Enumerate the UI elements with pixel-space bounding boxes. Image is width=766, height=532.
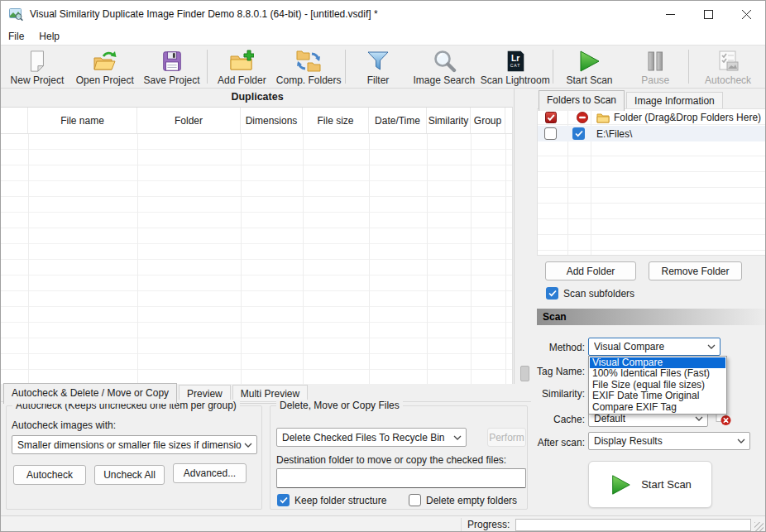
- destination-folder-input[interactable]: [276, 468, 526, 488]
- column-header-file-size[interactable]: File size: [303, 108, 369, 133]
- toolbar-pause: Pause: [624, 46, 687, 88]
- folders-to-scan-list[interactable]: Folder (Drag&Drop Folders Here) E:\Files…: [537, 108, 766, 256]
- menu-help[interactable]: Help: [31, 29, 67, 44]
- dropdown-option-identical-files[interactable]: 100% Identical Files (Fast): [590, 368, 725, 379]
- start-scan-icon: [577, 48, 601, 74]
- delete-empty-folders-checkbox[interactable]: [409, 494, 421, 506]
- scan-subfolders-checkbox[interactable]: [546, 287, 558, 300]
- toolbar-separator: [207, 50, 208, 84]
- panel-splitter[interactable]: [514, 89, 515, 384]
- toolbar-new-project[interactable]: New Project: [2, 46, 72, 88]
- column-line: [471, 134, 472, 384]
- add-folder-button[interactable]: Add Folder: [545, 261, 636, 280]
- toolbar-add-folder[interactable]: Add Folder: [209, 46, 274, 88]
- delete-action-combo-value: Delete Checked Files To Recycle Bin: [282, 432, 445, 443]
- toolbar-start-scan[interactable]: Start Scan: [555, 46, 625, 88]
- filter-icon: [366, 48, 390, 74]
- tag-name-label: Tag Name:: [527, 366, 585, 377]
- toolbar-separator: [688, 50, 689, 84]
- toolbar-save-project-label: Save Project: [144, 74, 200, 86]
- delete-empty-folders-row[interactable]: Delete empty folders: [409, 494, 517, 506]
- chevron-down-icon: [707, 344, 716, 349]
- toolbar-image-search[interactable]: Image Search: [409, 46, 480, 88]
- column-header-date-time[interactable]: Date/Time: [369, 108, 427, 133]
- toolbar-filter[interactable]: Filter: [347, 46, 409, 88]
- folder-list-header-row: Folder (Drag&Drop Folders Here): [538, 109, 765, 126]
- toolbar: New Project Open Project: [1, 45, 765, 89]
- duplicates-body[interactable]: [1, 134, 512, 384]
- toolbar-comp-folders[interactable]: Comp. Folders: [274, 46, 343, 88]
- column-header-check[interactable]: [1, 108, 28, 133]
- resize-grip-icon[interactable]: [754, 522, 764, 531]
- toolbar-open-project-label: Open Project: [76, 74, 134, 86]
- destination-folder-label: Destination folder to move or copy the c…: [276, 454, 506, 466]
- maximize-button[interactable]: [689, 1, 727, 27]
- uncheck-all-button[interactable]: Uncheck All: [94, 465, 165, 485]
- tab-folders-to-scan[interactable]: Folders to Scan: [539, 90, 625, 111]
- check-icon: [575, 130, 583, 137]
- toolbar-open-project[interactable]: Open Project: [72, 46, 138, 88]
- duplicates-header-row: File name Folder Dimensions File size Da…: [1, 108, 512, 134]
- image-search-icon: [432, 48, 457, 74]
- keep-folder-structure-row[interactable]: Keep folder structure: [277, 494, 386, 506]
- menu-file[interactable]: File: [1, 29, 31, 44]
- progress-bar: [515, 519, 751, 531]
- folder-row-scan-checkbox[interactable]: [572, 127, 585, 140]
- status-bar-separator: [461, 518, 462, 532]
- column-header-filler: [505, 108, 512, 133]
- toolbar-save-project[interactable]: Save Project: [138, 46, 206, 88]
- after-scan-combo-value: Display Results: [594, 435, 663, 447]
- dropdown-option-file-size[interactable]: File Size (equal file sizes): [590, 380, 725, 391]
- column-line: [427, 134, 428, 384]
- dropdown-option-compare-exif[interactable]: Compare EXIF Tag: [590, 402, 725, 413]
- delete-empty-folders-label: Delete empty folders: [426, 495, 517, 506]
- dropdown-option-visual-compare[interactable]: Visual Compare: [590, 357, 725, 368]
- method-combo[interactable]: Visual Compare: [588, 338, 721, 356]
- column-header-similarity[interactable]: Similarity: [427, 108, 471, 133]
- close-button[interactable]: [727, 1, 765, 27]
- title-bar: Visual Similarity Duplicate Image Finder…: [1, 1, 765, 27]
- scan-subfolders-checkbox-row[interactable]: Scan subfolders: [546, 287, 634, 300]
- column-line: [303, 134, 304, 384]
- exclude-column-icon[interactable]: [577, 112, 588, 123]
- autocheck-criteria-combo[interactable]: Smaller dimensions or smaller file sizes…: [12, 435, 257, 454]
- add-folder-button-label: Add Folder: [567, 266, 615, 277]
- method-combo-value: Visual Compare: [594, 341, 664, 352]
- status-bar: Progress:: [1, 515, 765, 532]
- perform-button: Perform: [487, 428, 526, 447]
- toolbar-new-project-label: New Project: [11, 74, 65, 86]
- toolbar-scan-lightroom-label: Scan Lightroom: [481, 74, 550, 86]
- check-column-icon[interactable]: [545, 112, 557, 123]
- after-scan-combo[interactable]: Display Results: [588, 432, 750, 450]
- tab-autocheck-delete[interactable]: Autocheck & Delete / Move or Copy: [3, 383, 177, 404]
- chevron-down-icon: [244, 443, 252, 448]
- column-header-file-name[interactable]: File name: [28, 108, 137, 133]
- remove-folder-button[interactable]: Remove Folder: [649, 261, 742, 280]
- cache-label: Cache:: [527, 414, 585, 425]
- close-icon: [742, 10, 751, 19]
- menu-bar: File Help: [1, 27, 765, 45]
- minimize-icon: [666, 10, 675, 19]
- advanced-button[interactable]: Advanced...: [173, 463, 247, 483]
- column-header-folder[interactable]: Folder: [137, 108, 241, 133]
- dropdown-option-exif-date[interactable]: EXIF Date Time Original: [590, 391, 725, 401]
- toolbar-pause-label: Pause: [641, 74, 669, 86]
- folder-row[interactable]: E:\Files\: [538, 126, 765, 141]
- progress-label: Progress:: [467, 519, 510, 530]
- column-header-group[interactable]: Group: [471, 108, 505, 133]
- method-dropdown-list: Visual Compare 100% Identical Files (Fas…: [588, 356, 727, 415]
- keep-folder-structure-label: Keep folder structure: [294, 495, 386, 506]
- minimize-button[interactable]: [651, 1, 689, 27]
- folder-row-checkbox[interactable]: [544, 127, 557, 140]
- folder-icon: [596, 113, 610, 123]
- toolbar-scan-lightroom[interactable]: Lr CAT Scan Lightroom: [480, 46, 551, 88]
- autocheck-button[interactable]: Autocheck: [13, 465, 86, 485]
- keep-folder-structure-checkbox[interactable]: [277, 494, 290, 506]
- start-scan-button[interactable]: Start Scan: [588, 461, 712, 508]
- column-line: [28, 134, 29, 384]
- delete-action-combo[interactable]: Delete Checked Files To Recycle Bin: [276, 428, 467, 447]
- column-header-dimensions[interactable]: Dimensions: [241, 108, 303, 133]
- lightroom-cat-text: CAT: [510, 63, 520, 68]
- save-project-icon: [160, 48, 184, 74]
- autocheck-icon: [716, 48, 740, 74]
